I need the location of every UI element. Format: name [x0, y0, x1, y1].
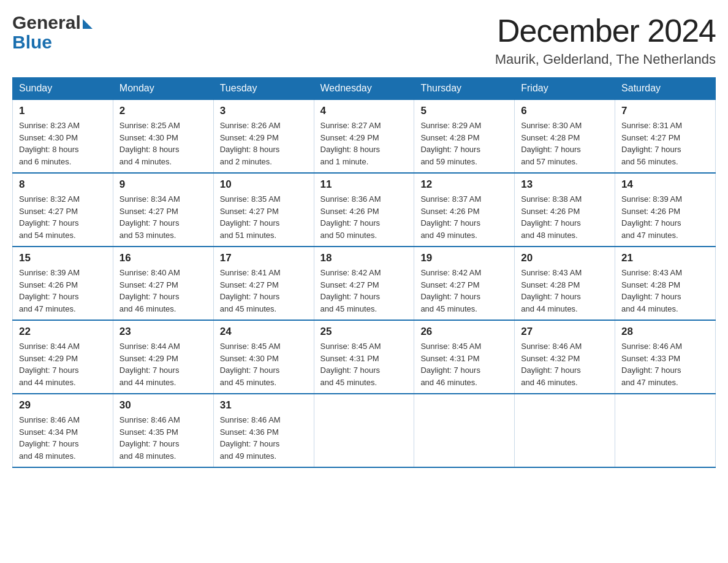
week-row-3: 15 Sunrise: 8:39 AMSunset: 4:26 PMDaylig… [13, 247, 716, 320]
calendar-cell: 24 Sunrise: 8:45 AMSunset: 4:30 PMDaylig… [213, 320, 314, 394]
day-info: Sunrise: 8:38 AMSunset: 4:26 PMDaylight:… [521, 193, 609, 241]
day-info: Sunrise: 8:45 AMSunset: 4:30 PMDaylight:… [220, 340, 308, 388]
header-tuesday: Tuesday [213, 78, 314, 100]
day-info: Sunrise: 8:30 AMSunset: 4:28 PMDaylight:… [521, 120, 609, 167]
calendar-cell [414, 394, 515, 467]
calendar-cell: 14 Sunrise: 8:39 AMSunset: 4:26 PMDaylig… [615, 173, 716, 247]
day-info: Sunrise: 8:44 AMSunset: 4:29 PMDaylight:… [119, 340, 207, 388]
calendar-cell: 17 Sunrise: 8:41 AMSunset: 4:27 PMDaylig… [213, 247, 314, 320]
day-number: 30 [119, 399, 207, 412]
calendar-cell: 10 Sunrise: 8:35 AMSunset: 4:27 PMDaylig… [213, 173, 314, 247]
day-info: Sunrise: 8:23 AMSunset: 4:30 PMDaylight:… [19, 120, 107, 167]
title-area: December 2024 Maurik, Gelderland, The Ne… [495, 12, 716, 67]
day-number: 31 [220, 399, 308, 412]
day-number: 3 [220, 105, 308, 117]
week-row-2: 8 Sunrise: 8:32 AMSunset: 4:27 PMDayligh… [13, 173, 716, 247]
week-row-1: 1 Sunrise: 8:23 AMSunset: 4:30 PMDayligh… [13, 99, 716, 173]
calendar-cell: 3 Sunrise: 8:26 AMSunset: 4:29 PMDayligh… [213, 99, 314, 173]
week-row-4: 22 Sunrise: 8:44 AMSunset: 4:29 PMDaylig… [13, 320, 716, 394]
day-number: 26 [420, 326, 508, 338]
day-number: 4 [320, 105, 408, 117]
calendar-cell: 23 Sunrise: 8:44 AMSunset: 4:29 PMDaylig… [113, 320, 213, 394]
day-number: 15 [19, 252, 107, 264]
day-info: Sunrise: 8:27 AMSunset: 4:29 PMDaylight:… [320, 120, 408, 167]
day-info: Sunrise: 8:36 AMSunset: 4:26 PMDaylight:… [320, 193, 408, 241]
day-info: Sunrise: 8:26 AMSunset: 4:29 PMDaylight:… [220, 120, 308, 167]
day-number: 18 [320, 252, 408, 264]
day-info: Sunrise: 8:32 AMSunset: 4:27 PMDaylight:… [19, 193, 107, 241]
day-info: Sunrise: 8:43 AMSunset: 4:28 PMDaylight:… [521, 267, 609, 315]
calendar-cell: 15 Sunrise: 8:39 AMSunset: 4:26 PMDaylig… [13, 247, 113, 320]
page-title: December 2024 [495, 12, 716, 49]
logo-chevron-icon [83, 19, 93, 29]
day-info: Sunrise: 8:35 AMSunset: 4:27 PMDaylight:… [220, 193, 308, 241]
day-number: 17 [220, 252, 308, 264]
calendar-cell: 22 Sunrise: 8:44 AMSunset: 4:29 PMDaylig… [13, 320, 113, 394]
calendar-cell: 30 Sunrise: 8:46 AMSunset: 4:35 PMDaylig… [113, 394, 213, 467]
day-info: Sunrise: 8:25 AMSunset: 4:30 PMDaylight:… [119, 120, 207, 167]
day-info: Sunrise: 8:42 AMSunset: 4:27 PMDaylight:… [420, 267, 508, 315]
day-info: Sunrise: 8:44 AMSunset: 4:29 PMDaylight:… [19, 340, 107, 388]
header-monday: Monday [113, 78, 213, 100]
day-number: 6 [521, 105, 609, 117]
calendar-cell: 31 Sunrise: 8:46 AMSunset: 4:36 PMDaylig… [213, 394, 314, 467]
calendar-cell: 25 Sunrise: 8:45 AMSunset: 4:31 PMDaylig… [314, 320, 414, 394]
calendar-cell: 11 Sunrise: 8:36 AMSunset: 4:26 PMDaylig… [314, 173, 414, 247]
day-info: Sunrise: 8:34 AMSunset: 4:27 PMDaylight:… [119, 193, 207, 241]
day-info: Sunrise: 8:31 AMSunset: 4:27 PMDaylight:… [621, 120, 709, 167]
day-number: 28 [621, 326, 709, 338]
header-saturday: Saturday [615, 78, 716, 100]
calendar-cell: 1 Sunrise: 8:23 AMSunset: 4:30 PMDayligh… [13, 99, 113, 173]
calendar-cell: 8 Sunrise: 8:32 AMSunset: 4:27 PMDayligh… [13, 173, 113, 247]
day-number: 16 [119, 252, 207, 264]
day-number: 2 [119, 105, 207, 117]
day-number: 5 [420, 105, 508, 117]
day-number: 21 [621, 252, 709, 264]
calendar-cell: 16 Sunrise: 8:40 AMSunset: 4:27 PMDaylig… [113, 247, 213, 320]
day-number: 1 [19, 105, 107, 117]
calendar-cell: 12 Sunrise: 8:37 AMSunset: 4:26 PMDaylig… [414, 173, 515, 247]
day-info: Sunrise: 8:46 AMSunset: 4:34 PMDaylight:… [19, 414, 107, 462]
day-number: 14 [621, 178, 709, 191]
calendar-cell: 2 Sunrise: 8:25 AMSunset: 4:30 PMDayligh… [113, 99, 213, 173]
calendar-cell: 4 Sunrise: 8:27 AMSunset: 4:29 PMDayligh… [314, 99, 414, 173]
day-info: Sunrise: 8:45 AMSunset: 4:31 PMDaylight:… [420, 340, 508, 388]
calendar-cell [515, 394, 615, 467]
calendar-cell: 5 Sunrise: 8:29 AMSunset: 4:28 PMDayligh… [414, 99, 515, 173]
day-info: Sunrise: 8:29 AMSunset: 4:28 PMDaylight:… [420, 120, 508, 167]
day-number: 9 [119, 178, 207, 191]
weekday-header-row: SundayMondayTuesdayWednesdayThursdayFrid… [13, 78, 716, 100]
day-info: Sunrise: 8:39 AMSunset: 4:26 PMDaylight:… [19, 267, 107, 315]
calendar-cell: 28 Sunrise: 8:46 AMSunset: 4:33 PMDaylig… [615, 320, 716, 394]
day-info: Sunrise: 8:46 AMSunset: 4:36 PMDaylight:… [220, 414, 308, 462]
day-number: 7 [621, 105, 709, 117]
day-info: Sunrise: 8:46 AMSunset: 4:33 PMDaylight:… [621, 340, 709, 388]
day-number: 25 [320, 326, 408, 338]
calendar-cell: 9 Sunrise: 8:34 AMSunset: 4:27 PMDayligh… [113, 173, 213, 247]
calendar-cell: 20 Sunrise: 8:43 AMSunset: 4:28 PMDaylig… [515, 247, 615, 320]
logo: General Blue [12, 12, 93, 53]
calendar-cell: 7 Sunrise: 8:31 AMSunset: 4:27 PMDayligh… [615, 99, 716, 173]
calendar-cell [314, 394, 414, 467]
day-info: Sunrise: 8:43 AMSunset: 4:28 PMDaylight:… [621, 267, 709, 315]
header-thursday: Thursday [414, 78, 515, 100]
day-info: Sunrise: 8:42 AMSunset: 4:27 PMDaylight:… [320, 267, 408, 315]
week-row-5: 29 Sunrise: 8:46 AMSunset: 4:34 PMDaylig… [13, 394, 716, 467]
day-number: 24 [220, 326, 308, 338]
day-number: 23 [119, 326, 207, 338]
day-number: 19 [420, 252, 508, 264]
day-number: 8 [19, 178, 107, 191]
day-number: 10 [220, 178, 308, 191]
day-number: 12 [420, 178, 508, 191]
day-info: Sunrise: 8:40 AMSunset: 4:27 PMDaylight:… [119, 267, 207, 315]
page-header: General Blue December 2024 Maurik, Gelde… [12, 12, 716, 67]
day-number: 11 [320, 178, 408, 191]
day-info: Sunrise: 8:37 AMSunset: 4:26 PMDaylight:… [420, 193, 508, 241]
calendar-cell: 13 Sunrise: 8:38 AMSunset: 4:26 PMDaylig… [515, 173, 615, 247]
day-info: Sunrise: 8:46 AMSunset: 4:35 PMDaylight:… [119, 414, 207, 462]
day-number: 29 [19, 399, 107, 412]
day-info: Sunrise: 8:39 AMSunset: 4:26 PMDaylight:… [621, 193, 709, 241]
day-info: Sunrise: 8:46 AMSunset: 4:32 PMDaylight:… [521, 340, 609, 388]
calendar-cell: 29 Sunrise: 8:46 AMSunset: 4:34 PMDaylig… [13, 394, 113, 467]
calendar-cell: 26 Sunrise: 8:45 AMSunset: 4:31 PMDaylig… [414, 320, 515, 394]
